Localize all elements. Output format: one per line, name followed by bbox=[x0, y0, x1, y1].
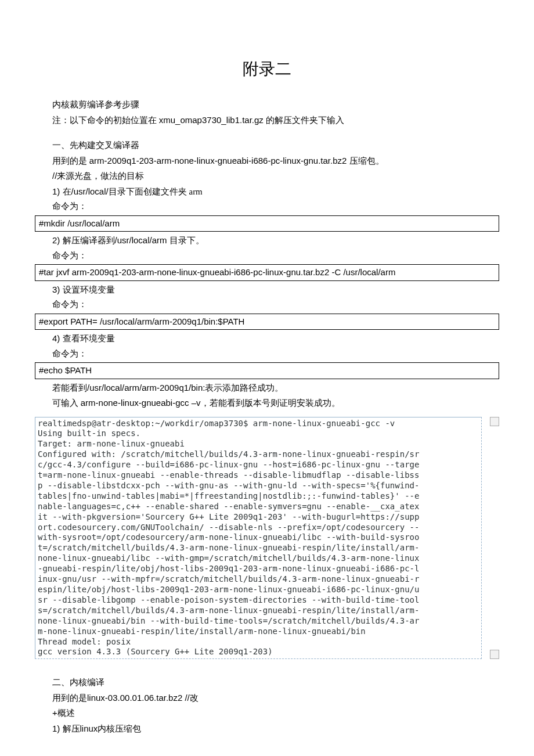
spacer bbox=[35, 128, 499, 138]
page-title: 附录二 bbox=[35, 58, 499, 80]
command-box: #echo $PATH bbox=[35, 362, 499, 379]
text: 4) bbox=[52, 333, 63, 343]
text: 1) 解压 bbox=[52, 723, 80, 733]
paragraph: 1) 在/usr/local/目录下面创建文件夹 arm bbox=[35, 184, 499, 200]
text: 概述 bbox=[57, 708, 75, 718]
paragraph: 用到的是linux-03.00.01.06.tar.bz2 //改 bbox=[35, 690, 499, 706]
text: + bbox=[52, 708, 57, 718]
text: 的解压文件夹下输入 bbox=[266, 116, 344, 125]
paragraph: ////来源光盘，做法的目标来源光盘，做法的目标 bbox=[35, 168, 499, 184]
text: linux bbox=[80, 723, 98, 733]
paragraph: +概述 bbox=[35, 705, 499, 721]
paragraph: 命令为： bbox=[35, 297, 499, 312]
text: /usr/local/arm/arm-2009q1/bin: bbox=[87, 383, 205, 393]
command-box: #mkdir /usr/local/arm bbox=[35, 215, 499, 232]
text: 注：以下命令的初始位置在 bbox=[52, 116, 159, 125]
paragraph: 命令为： bbox=[35, 199, 499, 214]
text: 查看环境变量 bbox=[63, 334, 115, 343]
text: arm-2009q1-203-arm-none-linux-gnueabi-i6… bbox=[89, 156, 349, 165]
text: 用到的是 bbox=[52, 693, 87, 703]
text: 压缩包。 bbox=[349, 156, 384, 165]
text: 来源光盘，做法的目标 bbox=[57, 171, 144, 181]
text: 内核压缩包 bbox=[98, 724, 141, 733]
scrollbar-stub bbox=[490, 417, 499, 426]
text: 3) bbox=[52, 285, 63, 294]
text: 目录下面创建文件夹 arm bbox=[109, 187, 203, 196]
command-box: #tar jxvf arm-2009q1-203-arm-none-linux-… bbox=[35, 264, 499, 281]
paragraph: 1) 解压linux内核压缩包 bbox=[35, 721, 499, 737]
text: 改 bbox=[190, 693, 199, 703]
spacer bbox=[35, 665, 499, 675]
text: 1) 在 bbox=[52, 186, 71, 196]
paragraph: 可输入 arm-none-linux-gnueabi-gcc –v，若能看到版本… bbox=[35, 395, 499, 411]
terminal-screenshot: realtimedsp@atr-desktop:~/workdir/omap37… bbox=[35, 417, 499, 660]
text: /usr/local/ bbox=[71, 186, 109, 196]
scrollbar-stub bbox=[490, 650, 499, 659]
paragraph: 注：以下命令的初始位置在 xmu_omap3730_lib1.tar.gz 的解… bbox=[35, 113, 499, 128]
paragraph: 若能看到/usr/local/arm/arm-2009q1/bin:表示添加路径… bbox=[35, 380, 499, 396]
text: 若能看到 bbox=[52, 383, 87, 393]
text: /usr/local/arm bbox=[115, 235, 169, 245]
command-box: #export PATH= /usr/local/arm/arm-2009q1/… bbox=[35, 314, 499, 330]
text: arm-none-linux-gnueabi-gcc –v bbox=[81, 398, 201, 408]
text: 目录下。 bbox=[169, 236, 204, 245]
paragraph: 内核裁剪编译参考步骤 bbox=[35, 98, 499, 113]
text: linux-03.00.01.06.tar.bz2 // bbox=[87, 693, 190, 703]
paragraph: 4) 查看环境变量 bbox=[35, 331, 499, 347]
paragraph: 2) 解压编译器到/usr/local/arm 目录下。 bbox=[35, 233, 499, 249]
text: 设置环境变量 bbox=[63, 285, 115, 294]
text: 可输入 bbox=[52, 398, 81, 408]
text: 表示添加路径成功。 bbox=[205, 383, 283, 393]
paragraph: 3) 设置环境变量 bbox=[35, 282, 499, 298]
paragraph: 用到的是 arm-2009q1-203-arm-none-linux-gnuea… bbox=[35, 153, 499, 169]
text: 2) 解压编译器到 bbox=[52, 235, 115, 245]
paragraph: 命令为： bbox=[35, 347, 499, 362]
section-heading: 二、内核编译 bbox=[35, 675, 499, 690]
text: 用到的是 bbox=[52, 156, 89, 165]
text: ，若能看到版本号则证明安装成功。 bbox=[201, 398, 340, 408]
paragraph: 命令为： bbox=[35, 249, 499, 264]
page: 附录二 内核裁剪编译参考步骤 注：以下命令的初始位置在 xmu_omap3730… bbox=[0, 0, 534, 756]
terminal-output: realtimedsp@atr-desktop:~/workdir/omap37… bbox=[35, 417, 482, 660]
text: xmu_omap3730_lib1.tar.gz bbox=[159, 115, 266, 125]
section-heading: 一、先构建交叉编译器 bbox=[35, 138, 499, 153]
